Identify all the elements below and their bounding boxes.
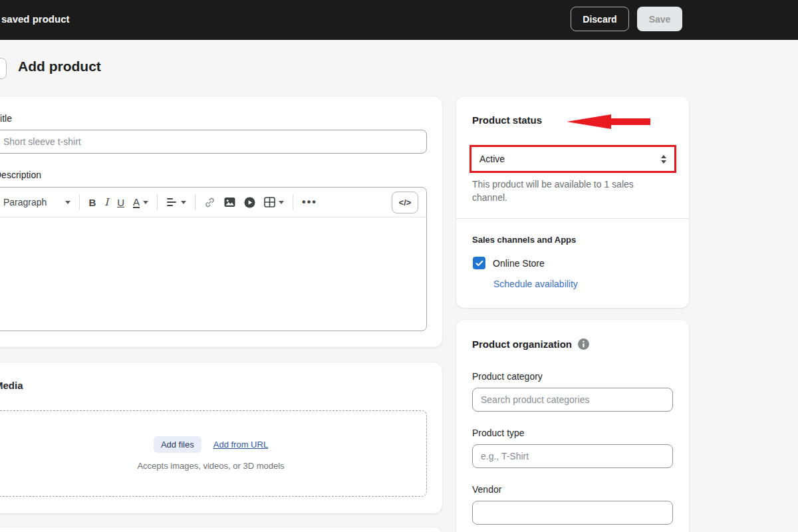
dropzone-hint: Accepts images, videos, or 3D models xyxy=(137,461,284,471)
sales-channels-heading: Sales channels and Apps xyxy=(472,235,576,245)
table-icon xyxy=(264,197,275,207)
insert-link-button[interactable] xyxy=(204,197,215,208)
vendor-label: Vendor xyxy=(472,484,501,495)
description-label: Description xyxy=(0,170,41,180)
status-help-text: This product will be available to 1 sale… xyxy=(472,178,668,205)
toolbar-divider xyxy=(157,194,158,210)
description-editor[interactable]: Paragraph B I U A xyxy=(0,187,427,331)
pricing-card-partial xyxy=(0,527,442,532)
insert-table-button[interactable] xyxy=(264,197,284,207)
product-organization-card: Product organization Product category Pr… xyxy=(456,320,689,532)
video-icon xyxy=(244,197,255,208)
page: saved product Discard Save Add product T… xyxy=(0,0,798,532)
product-status-card: Product status Active This product will … xyxy=(456,96,689,308)
toolbar-divider xyxy=(293,194,293,210)
product-status-heading: Product status xyxy=(472,114,542,126)
product-organization-heading: Product organization xyxy=(472,338,589,350)
insert-video-button[interactable] xyxy=(244,197,255,208)
product-type-label: Product type xyxy=(472,428,525,438)
product-type-input[interactable] xyxy=(472,444,673,468)
editor-toolbar: Paragraph B I U A xyxy=(0,188,426,217)
chevron-down-icon xyxy=(181,201,186,204)
toolbar-divider xyxy=(79,194,80,210)
add-files-button[interactable]: Add files xyxy=(154,436,201,453)
back-button[interactable] xyxy=(0,58,7,79)
status-selected-value: Active xyxy=(479,154,505,164)
select-updown-icon xyxy=(661,155,666,164)
product-category-label: Product category xyxy=(472,371,543,382)
schedule-availability-link[interactable]: Schedule availability xyxy=(493,279,578,289)
online-store-checkbox[interactable] xyxy=(473,257,485,269)
chevron-down-icon xyxy=(143,201,148,204)
bold-button[interactable]: B xyxy=(88,197,96,208)
toolbar-divider xyxy=(195,194,196,210)
title-label: Title xyxy=(0,113,12,124)
section-divider xyxy=(456,218,689,219)
link-icon xyxy=(204,197,215,208)
code-icon: </> xyxy=(399,198,412,207)
checkmark-icon xyxy=(475,260,483,267)
topbar: saved product Discard Save xyxy=(0,0,798,40)
unsaved-product-title: saved product xyxy=(1,13,70,25)
save-button: Save xyxy=(637,7,682,31)
discard-button[interactable]: Discard xyxy=(571,7,629,31)
product-category-input[interactable] xyxy=(472,388,673,412)
more-options-button[interactable]: ••• xyxy=(302,196,317,208)
show-html-button[interactable]: </> xyxy=(392,192,418,213)
add-from-url-link[interactable]: Add from URL xyxy=(213,440,268,450)
description-textarea[interactable] xyxy=(0,217,426,331)
annotation-arrow-icon xyxy=(567,114,650,130)
media-card: Media Add files Add from URL Accepts ima… xyxy=(0,362,442,513)
alignment-icon xyxy=(166,197,178,207)
vendor-input[interactable] xyxy=(472,501,673,525)
media-label: Media xyxy=(0,380,23,391)
product-details-card: Title Description Paragraph B I U A xyxy=(0,96,442,347)
chevron-down-icon xyxy=(65,201,70,204)
title-input[interactable] xyxy=(0,130,427,154)
more-options-icon: ••• xyxy=(302,196,317,208)
chevron-down-icon xyxy=(279,201,284,204)
product-status-select[interactable]: Active xyxy=(469,145,676,173)
info-icon[interactable] xyxy=(578,338,589,350)
insert-image-button[interactable] xyxy=(224,197,235,207)
underline-button[interactable]: U xyxy=(117,197,124,208)
alignment-button[interactable] xyxy=(166,197,186,207)
image-icon xyxy=(224,197,235,207)
page-title: Add product xyxy=(18,59,101,74)
paragraph-style-dropdown[interactable]: Paragraph xyxy=(3,197,70,207)
media-dropzone[interactable]: Add files Add from URL Accepts images, v… xyxy=(0,410,427,497)
online-store-label: Online Store xyxy=(493,258,545,269)
text-color-button[interactable]: A xyxy=(133,197,148,208)
italic-button[interactable]: I xyxy=(104,196,108,208)
